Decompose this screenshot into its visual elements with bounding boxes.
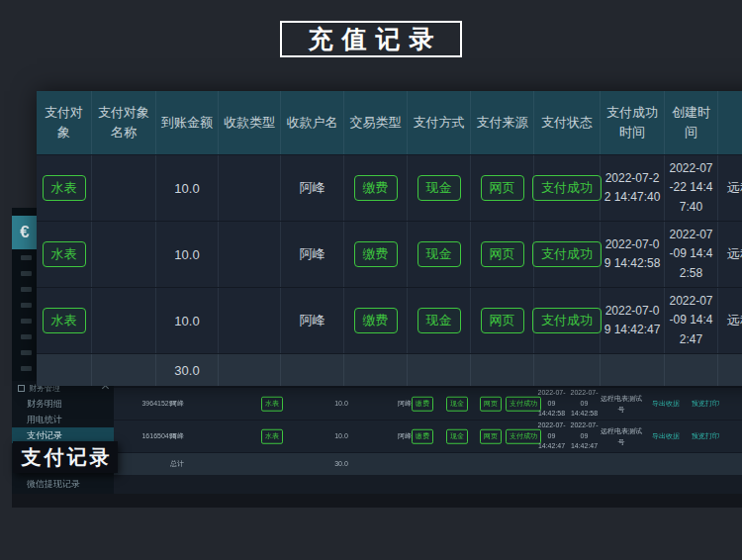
object-badge: 水表 xyxy=(261,397,283,412)
background-table: 2 396415297 阿峰 水表 10.0 阿峰 缴费 现金 网页 支付成功 … xyxy=(37,387,742,475)
device-name: 远程电表测试号 xyxy=(599,394,644,415)
source-badge: 网页 xyxy=(480,429,502,444)
table-header-row: 支付对象 支付对象名称 到账金额 收款类型 收款户名 交易类型 支付方式 支付来… xyxy=(37,91,742,154)
col-header-trans-type: 交易类型 xyxy=(344,91,408,154)
sidebar-mini-item xyxy=(21,366,32,371)
col-header-object: 支付对象 xyxy=(37,91,92,154)
method-badge: 现金 xyxy=(417,241,461,267)
object-name xyxy=(92,222,156,287)
source-badge: 网页 xyxy=(481,175,524,201)
amount: 10.0 xyxy=(320,399,363,410)
object-badge: 水表 xyxy=(43,308,86,333)
sidebar-mini-item xyxy=(21,334,32,339)
sidebar-zoom-callout: 支付记录 xyxy=(13,441,118,473)
status-badge: 支付成功 xyxy=(532,175,602,201)
create-time: 2022-07-09 14:42:47 xyxy=(665,288,718,353)
logo-euro-icon: € xyxy=(12,216,38,249)
method-badge: 现金 xyxy=(446,429,468,444)
payer-name: 阿峰 xyxy=(163,399,191,410)
total-label: 总计 xyxy=(163,459,191,470)
recv-type xyxy=(219,155,281,221)
trans-type-badge: 缴费 xyxy=(354,308,398,333)
trans-type-badge: 缴费 xyxy=(354,175,398,201)
trans-type-badge: 缴费 xyxy=(412,429,433,444)
sidebar-mini-item xyxy=(21,271,32,276)
success-time: 2022-07-09 14:42:47 xyxy=(536,420,567,452)
method-badge: 现金 xyxy=(417,308,461,333)
col-header-success-time: 支付成功时间 xyxy=(601,91,665,154)
col-header-source: 支付来源 xyxy=(471,91,534,154)
col-header-amount: 到账金额 xyxy=(156,91,219,154)
table-row: 水表 10.0 阿峰 缴费 现金 网页 支付成功 2022-07-09 14:4… xyxy=(37,221,742,287)
page-title-text: 充值记录 xyxy=(309,23,443,55)
status-badge: 支付成功 xyxy=(532,241,602,267)
account-name: 阿峰 xyxy=(281,155,344,221)
sidebar-mini-item xyxy=(21,319,32,324)
table-total-row: 总计 30.0 xyxy=(37,452,742,475)
sidebar-mini-item xyxy=(21,255,32,260)
grid-icon xyxy=(18,385,25,392)
source-badge: 网页 xyxy=(481,241,524,267)
table-row: 水表 10.0 阿峰 缴费 现金 网页 支付成功 2022-07-09 14:4… xyxy=(37,287,742,353)
account-name: 阿峰 xyxy=(281,222,344,287)
trans-type-badge: 缴费 xyxy=(412,397,433,412)
create-time: 2022-07-09 14:42:47 xyxy=(569,420,600,452)
sidebar-mini-item xyxy=(21,350,32,355)
recharge-records-table: 支付对象 支付对象名称 到账金额 收款类型 收款户名 交易类型 支付方式 支付来… xyxy=(37,91,742,386)
object-badge: 水表 xyxy=(43,241,86,267)
col-header-account: 收款户名 xyxy=(281,91,344,154)
source-badge: 网页 xyxy=(481,308,524,333)
amount: 10.0 xyxy=(320,431,363,442)
table-row: 水表 10.0 阿峰 缴费 现金 网页 支付成功 2022-07-22 14:4… xyxy=(37,154,742,221)
chevron-up-icon xyxy=(102,385,109,392)
method-badge: 现金 xyxy=(446,397,468,412)
col-header-device xyxy=(718,91,742,154)
sidebar-submenu: 财务管理 财务明细 用电统计 支付记录 微信提现记录 xyxy=(12,381,114,494)
preview-print-link[interactable]: 预览打印 xyxy=(692,431,719,442)
export-receipt-link[interactable]: 导出收据 xyxy=(652,399,680,410)
object-name xyxy=(92,155,156,221)
status-badge: 支付成功 xyxy=(532,308,602,333)
create-time: 2022-07-09 14:42:58 xyxy=(665,222,718,287)
sidebar-mini-item xyxy=(21,303,32,308)
success-time: 2022-07-09 14:42:58 xyxy=(601,222,665,287)
amount: 10.0 xyxy=(156,155,219,221)
amount: 10.0 xyxy=(156,288,219,353)
window-bottom-edge xyxy=(12,494,742,508)
sidebar-mini-item xyxy=(21,287,32,292)
table-row: 2 396415297 阿峰 水表 10.0 阿峰 缴费 现金 网页 支付成功 … xyxy=(37,387,742,420)
page-title: 充值记录 xyxy=(280,21,462,57)
sidebar-item-power-stats[interactable]: 用电统计 xyxy=(12,412,114,427)
success-time: 2022-07-09 14:42:47 xyxy=(601,288,665,353)
table-row: 3 161650495 阿峰 水表 10.0 阿峰 缴费 现金 网页 支付成功 … xyxy=(37,420,742,452)
preview-print-link[interactable]: 预览打印 xyxy=(692,399,719,410)
device-name: 远程电表测试号 xyxy=(718,288,742,353)
device-name: 远程电表测试号 xyxy=(718,155,742,221)
device-name: 远程电表测试号 xyxy=(599,426,644,447)
success-time: 2022-07-22 14:47:40 xyxy=(601,155,665,221)
sidebar-item-wechat-withdraw[interactable]: 微信提现记录 xyxy=(12,476,114,492)
col-header-recv-type: 收款类型 xyxy=(219,91,281,154)
table-total-row: 30.0 xyxy=(37,353,742,386)
recv-type xyxy=(219,222,281,287)
export-receipt-link[interactable]: 导出收据 xyxy=(652,431,680,442)
object-badge: 水表 xyxy=(43,175,86,201)
col-header-object-name: 支付对象名称 xyxy=(92,91,156,154)
total-amount: 30.0 xyxy=(156,354,219,386)
object-name xyxy=(92,288,156,353)
success-time: 2022-07-09 14:42:58 xyxy=(536,388,567,420)
col-header-create-time: 创建时间 xyxy=(665,91,718,154)
device-name: 远程电表测试号 xyxy=(718,222,742,287)
create-time: 2022-07-09 14:42:58 xyxy=(569,388,600,420)
amount: 10.0 xyxy=(156,222,219,287)
total-amount: 30.0 xyxy=(320,459,363,470)
source-badge: 网页 xyxy=(480,397,502,412)
account-name: 阿峰 xyxy=(281,288,344,353)
sidebar-item-finance-detail[interactable]: 财务明细 xyxy=(12,396,114,412)
zoom-callout-label: 支付记录 xyxy=(22,444,113,471)
create-time: 2022-07-22 14:47:40 xyxy=(665,155,718,221)
object-badge: 水表 xyxy=(261,429,283,444)
method-badge: 现金 xyxy=(417,175,461,201)
trans-type-badge: 缴费 xyxy=(354,241,398,267)
payer-name: 阿峰 xyxy=(163,431,191,442)
